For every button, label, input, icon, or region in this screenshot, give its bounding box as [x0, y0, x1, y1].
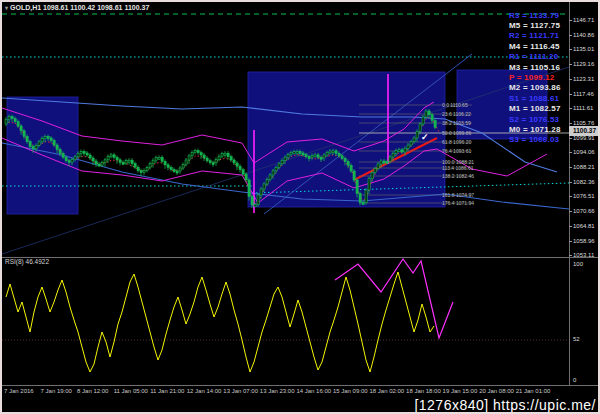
time-axis-label: 15 Jan 09:00 [333, 388, 368, 394]
symbol-dropdown-icon[interactable]: ▾ [5, 5, 8, 11]
pivot-label-m1: M1 = 1082.57 [509, 105, 561, 113]
time-axis-separator [2, 385, 598, 386]
rsi-indicator-label: RSI(8) 46.4922 [5, 259, 49, 266]
rsi-scale-label: 52 [573, 336, 580, 342]
pivot-label-m2: M2 = 1093.86 [509, 84, 561, 92]
time-axis-label: 7 Jan 19:00 [41, 388, 72, 394]
fib-label: 113.4 1086.61 [442, 166, 474, 171]
price-axis-label: 1140.86 [573, 32, 594, 38]
time-axis-label: 13 Jan 23:00 [260, 388, 295, 394]
price-axis-tick [569, 211, 572, 212]
price-axis-label: 1082.36 [573, 179, 595, 185]
pivot-label-m0: M0 = 1071.28 [509, 126, 561, 134]
time-axis-label: 13 Jan 07:00 [223, 388, 258, 394]
price-axis-tick [569, 196, 572, 197]
price-axis-tick [569, 241, 572, 242]
price-axis-tick [569, 123, 572, 124]
pivot-label-m3: M3 = 1105.16 [509, 64, 560, 72]
price-axis-label: 1135.01 [573, 46, 594, 52]
current-price-tag: 1100.37 [569, 126, 600, 136]
time-axis-label: 11 Jan 21:00 [150, 388, 184, 394]
price-axis-tick [569, 64, 572, 65]
price-axis-label: 1146.71 [573, 17, 594, 23]
fib-label: 176.4 1071.94 [442, 201, 474, 206]
pivot-label-r2: R2 = 1121.71 [509, 32, 559, 40]
time-axis-label: 14 Jan 16:00 [296, 388, 331, 394]
pivot-label-p: P = 1099.12 [509, 74, 554, 82]
rsi-indicator [2, 272, 569, 372]
price-axis-tick [569, 182, 572, 183]
price-axis-tick [569, 20, 572, 21]
rsi-scale-label: 0 [573, 377, 576, 383]
fib-label: 76.4 1093.61 [442, 149, 471, 154]
price-axis-tick [569, 167, 572, 168]
time-axis-label: 21 Jan 01:00 [516, 388, 551, 394]
pivot-label-m5: M5 = 1127.75 [509, 22, 560, 30]
chart-title-text: GOLD,H1 1098.61 1100.42 1098.61 1100.37 [10, 4, 149, 11]
price-axis-label: 1064.81 [573, 223, 595, 229]
time-axis-label: 12 Jan 14:00 [187, 388, 222, 394]
fib-label: 138.2 1082.46 [442, 174, 474, 179]
time-axis-label: 18 Jan 18:00 [406, 388, 441, 394]
price-axis-tick [569, 35, 572, 36]
pivot-label-s1: S1 = 1088.61 [509, 95, 559, 103]
rsi-scale-label: 100 [573, 261, 583, 267]
pivot-label-m4: M4 = 1116.45 [509, 43, 560, 51]
price-axis-label: 1076.51 [573, 193, 595, 199]
price-axis-label: 1094.06 [573, 149, 595, 155]
price-axis-tick [569, 152, 572, 153]
price-axis-tick [569, 255, 572, 256]
time-axis-label: 20 Jan 08:00 [479, 388, 514, 394]
fib-label: 38.2 1103.59 [442, 121, 471, 126]
price-axis-tick [569, 138, 572, 139]
chart-window: ▾GOLD,H1 1098.61 1100.42 1098.61 1100.37… [0, 0, 600, 414]
pivot-label-r1: R1 = 1111.20 [509, 53, 558, 61]
price-axis-tick [569, 108, 572, 109]
price-axis-label: 1070.66 [573, 208, 595, 214]
pivot-label-r3: R3 = 1133.79 [509, 12, 559, 20]
price-axis-label: 1123.31 [573, 76, 594, 82]
chart-title: ▾GOLD,H1 1098.61 1100.42 1098.61 1100.37 [5, 4, 149, 11]
fib-label: 0.0 1110.65 [442, 103, 468, 108]
price-axis-label: 1117.46 [573, 91, 594, 97]
fib-label: 61.8 1096.20 [442, 140, 471, 145]
price-axis-label: 1129.16 [573, 61, 594, 67]
time-axis-label: 11 Jan 05:00 [114, 388, 148, 394]
price-arrow-icon: ✓ [421, 132, 429, 142]
price-axis-separator [569, 2, 570, 385]
watermark-text: [1276x840] https://upic.me/ [414, 398, 596, 412]
fib-label: 50.0 1099.86 [442, 131, 471, 136]
time-axis-label: 8 Jan 12:00 [77, 388, 108, 394]
fib-label: 100.0 1088.21 [442, 160, 474, 165]
time-axis-label: 19 Jan 15:00 [443, 388, 478, 394]
price-axis-label: 1053.11 [573, 252, 594, 258]
price-axis-label: 1111.61 [573, 105, 593, 111]
zone-box[interactable] [248, 72, 445, 207]
time-axis-label: 7 Jan 2016 [4, 388, 34, 394]
price-axis-tick [569, 79, 572, 80]
price-axis-tick [569, 94, 572, 95]
fib-label: 23.6 1106.22 [442, 112, 471, 117]
price-axis-label: 1058.96 [573, 238, 595, 244]
price-axis-label: 1105.76 [573, 120, 594, 126]
rsi-zigzag[interactable] [335, 259, 453, 338]
pivot-label-s3: S3 = 1066.03 [509, 136, 559, 144]
fib-label: 161.8 1074.97 [442, 193, 474, 198]
price-axis-label: 1088.21 [573, 164, 595, 170]
pivot-label-s2: S2 = 1076.53 [509, 116, 559, 124]
time-axis-label: 18 Jan 02:00 [370, 388, 405, 394]
price-axis-tick [569, 226, 572, 227]
price-axis-tick [569, 49, 572, 50]
pane-separator[interactable] [2, 257, 598, 258]
